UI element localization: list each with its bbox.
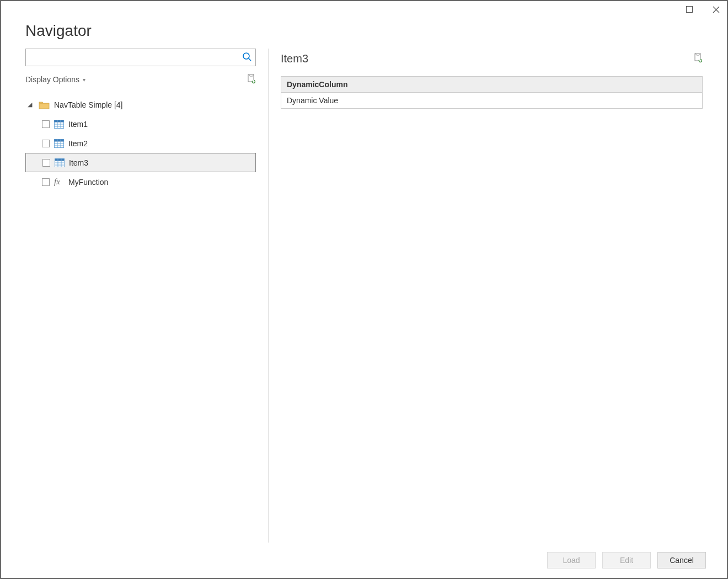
folder-icon	[39, 100, 50, 109]
close-button[interactable]	[708, 2, 724, 17]
tree-item-item3[interactable]: Item3	[25, 153, 256, 172]
chevron-down-icon: ▾	[83, 77, 85, 83]
cancel-button[interactable]: Cancel	[657, 552, 706, 569]
dialog-footer: Load Edit Cancel	[1, 543, 727, 578]
dialog-title: Navigator	[1, 18, 727, 49]
tree-item-myfunction[interactable]: fx MyFunction	[25, 172, 256, 192]
svg-rect-10	[55, 120, 64, 122]
column-header[interactable]: DynamicColumn	[281, 77, 703, 93]
load-button[interactable]: Load	[547, 552, 596, 569]
svg-rect-22	[55, 158, 65, 161]
table-icon	[54, 120, 64, 129]
refresh-preview-icon[interactable]	[694, 53, 703, 65]
svg-rect-8	[39, 103, 49, 104]
table-row[interactable]: Dynamic Value	[281, 93, 703, 109]
checkbox[interactable]	[42, 140, 50, 147]
collapse-icon[interactable]: ◢	[28, 101, 34, 108]
navigator-dialog: Navigator Display Options ▾	[0, 0, 728, 579]
tree-item-label: MyFunction	[68, 178, 108, 187]
edit-button[interactable]: Edit	[602, 552, 651, 569]
preview-table: DynamicColumn Dynamic Value	[281, 76, 703, 109]
table-cell: Dynamic Value	[281, 93, 703, 109]
titlebar	[1, 1, 727, 18]
tree-item-label: Item3	[69, 158, 88, 167]
display-options-label: Display Options	[25, 75, 79, 84]
preview-title: Item3	[281, 52, 308, 65]
checkbox[interactable]	[42, 178, 50, 186]
checkbox[interactable]	[42, 159, 50, 167]
svg-line-4	[249, 58, 251, 60]
display-options-dropdown[interactable]: Display Options ▾	[25, 75, 85, 84]
maximize-button[interactable]	[682, 2, 697, 17]
left-pane: Display Options ▾ ◢ NavTable Simple [4]	[25, 49, 268, 543]
tree-root-label: NavTable Simple [4]	[54, 100, 123, 109]
checkbox[interactable]	[42, 120, 50, 128]
tree-item-label: Item1	[68, 120, 88, 129]
navigator-tree: ◢ NavTable Simple [4] Item1	[25, 95, 256, 192]
search-icon[interactable]	[242, 52, 252, 63]
tree-item-item1[interactable]: Item1	[25, 114, 256, 134]
table-icon	[54, 139, 64, 148]
search-box[interactable]	[25, 49, 256, 66]
svg-rect-16	[55, 139, 64, 141]
table-icon	[55, 158, 65, 167]
close-icon	[713, 6, 720, 13]
refresh-icon[interactable]	[247, 74, 256, 86]
svg-point-3	[243, 53, 249, 59]
table-header-row: DynamicColumn	[281, 77, 703, 93]
tree-root-node[interactable]: ◢ NavTable Simple [4]	[25, 95, 256, 114]
display-options-row: Display Options ▾	[25, 68, 256, 91]
search-input[interactable]	[30, 52, 242, 62]
function-icon: fx	[54, 177, 64, 187]
preview-pane: Item3 DynamicColumn Dynamic Value	[269, 49, 703, 543]
content-area: Display Options ▾ ◢ NavTable Simple [4]	[1, 49, 727, 543]
svg-rect-0	[687, 7, 693, 13]
preview-header: Item3	[281, 49, 703, 68]
maximize-icon	[686, 6, 693, 13]
tree-item-item2[interactable]: Item2	[25, 134, 256, 153]
tree-item-label: Item2	[68, 139, 88, 148]
